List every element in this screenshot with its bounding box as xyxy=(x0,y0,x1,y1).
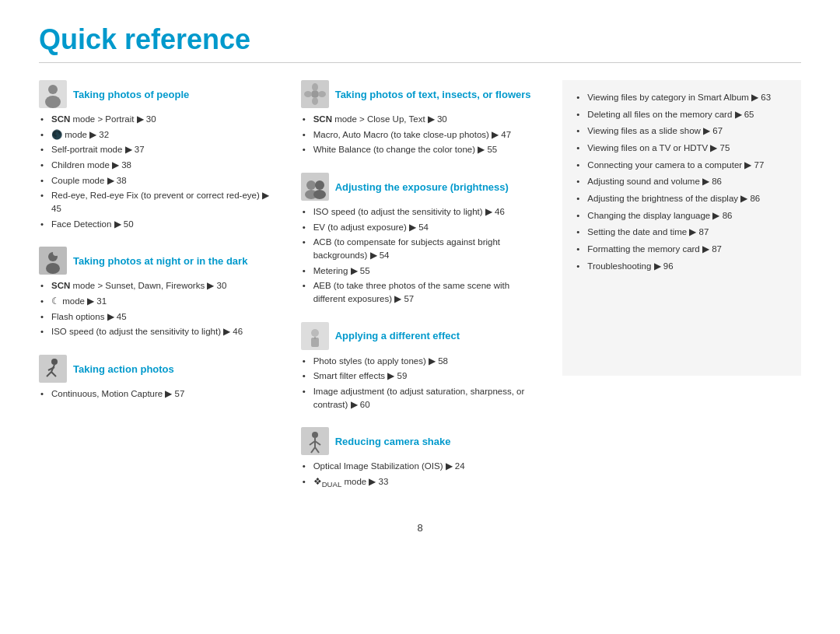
list-item: Couple mode ▶ 38 xyxy=(40,174,278,187)
action-icon xyxy=(39,355,67,383)
list-item: ☾ mode ▶ 31 xyxy=(40,295,278,308)
section-night-header: Taking photos at night or in the dark xyxy=(39,247,278,275)
text-icon xyxy=(301,80,329,108)
svg-point-6 xyxy=(53,250,59,256)
list-item: White Balance (to change the color tone)… xyxy=(303,143,540,156)
list-item: Viewing files on a TV or HDTV ▶ 75 xyxy=(576,142,789,155)
list-item: Adjusting sound and volume ▶ 86 xyxy=(576,175,789,188)
list-item: Image adjustment (to adjust saturation, … xyxy=(303,385,540,411)
section-action: Taking action photos Continuous, Motion … xyxy=(39,355,278,403)
list-item: Deleting all files on the memory card ▶ … xyxy=(576,108,789,121)
section-text-list: SCN mode > Close Up, Text ▶ 30 Macro, Au… xyxy=(301,113,540,156)
section-text-title: Taking photos of text, insects, or flowe… xyxy=(335,89,531,100)
night-icon xyxy=(39,247,67,275)
right-col-list: Viewing files by category in Smart Album… xyxy=(575,91,789,272)
section-people-list: SCN mode > Portrait ▶ 30 🌑 mode ▶ 32 Sel… xyxy=(39,113,278,230)
list-item: SCN mode > Sunset, Dawn, Fireworks ▶ 30 xyxy=(40,279,278,292)
svg-point-18 xyxy=(318,91,326,97)
list-item: Children mode ▶ 38 xyxy=(40,159,278,172)
list-item: Changing the display language ▶ 86 xyxy=(576,209,789,222)
section-shake-title: Reducing camera shake xyxy=(335,436,451,447)
svg-point-16 xyxy=(312,97,318,105)
section-exposure-title: Adjusting the exposure (brightness) xyxy=(335,181,509,193)
section-text-header: Taking photos of text, insects, or flowe… xyxy=(301,80,540,108)
section-shake-header: Reducing camera shake xyxy=(301,427,540,455)
svg-point-21 xyxy=(315,180,324,190)
section-people-header: Taking photos of people xyxy=(39,80,278,108)
list-item: EV (to adjust exposure) ▶ 54 xyxy=(303,221,540,234)
list-item: Troubleshooting ▶ 96 xyxy=(576,260,789,273)
section-exposure-list: ISO speed (to adjust the sensitivity to … xyxy=(301,205,540,306)
section-shake: Reducing camera shake Optical Image Stab… xyxy=(301,427,540,492)
section-effect-title: Applying a different effect xyxy=(335,330,460,342)
section-night: Taking photos at night or in the dark SC… xyxy=(39,247,278,341)
section-action-list: Continuous, Motion Capture ▶ 57 xyxy=(39,387,278,401)
exposure-icon xyxy=(301,173,329,201)
svg-point-14 xyxy=(311,90,319,98)
title-divider xyxy=(39,62,801,63)
list-item: Formatting the memory card ▶ 87 xyxy=(576,243,789,256)
section-action-header: Taking action photos xyxy=(39,355,278,383)
shake-icon xyxy=(301,427,329,455)
list-item: Flash options ▶ 45 xyxy=(40,310,278,324)
people-icon xyxy=(39,80,67,108)
svg-point-26 xyxy=(311,329,319,337)
list-item: Face Detection ▶ 50 xyxy=(40,218,278,231)
svg-point-2 xyxy=(45,96,61,108)
list-item: Smart filter effects ▶ 59 xyxy=(303,370,540,383)
section-effect-header: Applying a different effect xyxy=(301,322,540,350)
middle-column: Taking photos of text, insects, or flowe… xyxy=(301,80,540,506)
effect-icon xyxy=(301,322,329,350)
svg-point-15 xyxy=(312,83,318,91)
list-item: Viewing files by category in Smart Album… xyxy=(576,91,789,104)
list-item: Photo styles (to apply tones) ▶ 58 xyxy=(303,355,540,368)
section-people: Taking photos of people SCN mode > Portr… xyxy=(39,80,278,233)
list-item: Self-portrait mode ▶ 37 xyxy=(40,143,278,156)
list-item: Viewing files as a slide show ▶ 67 xyxy=(576,124,789,138)
list-item: ISO speed (to adjust the sensitivity to … xyxy=(303,205,540,219)
section-effect: Applying a different effect Photo styles… xyxy=(301,322,540,414)
right-column: Viewing files by category in Smart Album… xyxy=(562,80,801,506)
list-item: Macro, Auto Macro (to take close-up phot… xyxy=(303,128,540,142)
list-item: ACB (to compensate for subjects against … xyxy=(303,236,540,261)
list-item: Metering ▶ 55 xyxy=(303,264,540,278)
section-night-list: SCN mode > Sunset, Dawn, Fireworks ▶ 30 … xyxy=(39,279,278,338)
list-item: 🌑 mode ▶ 32 xyxy=(40,128,278,142)
svg-point-20 xyxy=(306,180,316,190)
page-number: 8 xyxy=(39,522,801,534)
page-title: Quick reference xyxy=(39,23,801,56)
svg-point-17 xyxy=(304,91,312,97)
list-item: Connecting your camera to a computer ▶ 7… xyxy=(576,159,789,172)
section-text: Taking photos of text, insects, or flowe… xyxy=(301,80,540,159)
section-exposure: Adjusting the exposure (brightness) ISO … xyxy=(301,173,540,308)
section-exposure-header: Adjusting the exposure (brightness) xyxy=(301,173,540,201)
list-item: Optical Image Stabilization (OIS) ▶ 24 xyxy=(303,460,540,473)
section-effect-list: Photo styles (to apply tones) ▶ 58 Smart… xyxy=(301,355,540,412)
list-item: ❖DUAL mode ▶ 33 xyxy=(303,475,540,490)
list-item: ISO speed (to adjust the sensitivity to … xyxy=(40,325,278,338)
right-col-section: Viewing files by category in Smart Album… xyxy=(562,80,801,376)
svg-point-23 xyxy=(313,190,326,199)
section-action-title: Taking action photos xyxy=(73,363,174,375)
list-item: AEB (to take three photos of the same sc… xyxy=(303,279,540,305)
list-item: Red-eye, Red-eye Fix (to prevent or corr… xyxy=(40,189,278,215)
section-shake-list: Optical Image Stabilization (OIS) ▶ 24 ❖… xyxy=(301,460,540,490)
svg-point-1 xyxy=(48,85,58,94)
section-people-title: Taking photos of people xyxy=(73,89,189,100)
list-item: Continuous, Motion Capture ▶ 57 xyxy=(40,387,278,401)
svg-point-5 xyxy=(46,263,60,274)
main-layout: Taking photos of people SCN mode > Portr… xyxy=(39,80,801,506)
list-item: Setting the date and time ▶ 87 xyxy=(576,226,789,239)
svg-point-29 xyxy=(312,432,318,438)
list-item: SCN mode > Close Up, Text ▶ 30 xyxy=(303,113,540,126)
section-night-title: Taking photos at night or in the dark xyxy=(73,255,247,267)
list-item: Adjusting the brightness of the display … xyxy=(576,192,789,205)
left-column: Taking photos of people SCN mode > Portr… xyxy=(39,80,278,506)
svg-point-8 xyxy=(51,359,58,365)
list-item: SCN mode > Portrait ▶ 30 xyxy=(40,113,278,126)
